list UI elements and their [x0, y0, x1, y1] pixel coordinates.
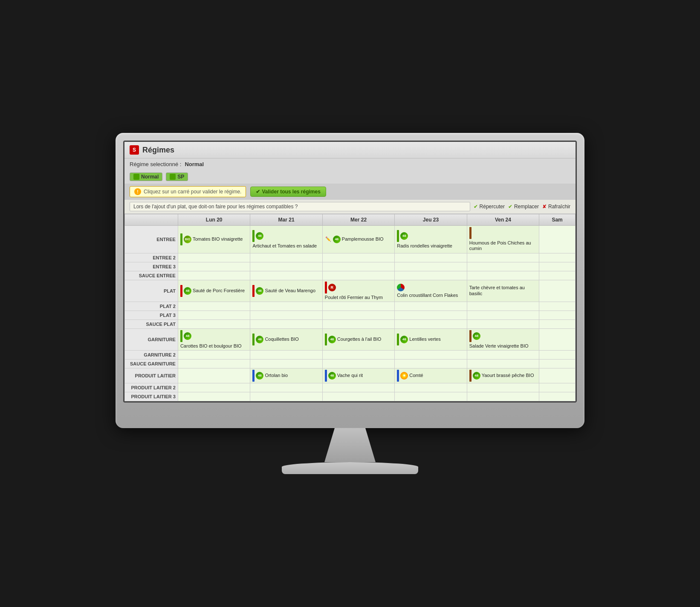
meal-cell[interactable] — [539, 311, 576, 319]
meal-cell[interactable]: 48Carottes BIO et boulgour BIO — [178, 328, 250, 350]
meal-cell[interactable]: ☀Comté — [395, 368, 467, 383]
meal-cell[interactable] — [467, 311, 539, 319]
meal-cell[interactable] — [178, 350, 250, 359]
meal-cell[interactable] — [322, 253, 394, 262]
meal-cell[interactable] — [467, 392, 539, 401]
meal-cell[interactable] — [178, 311, 250, 319]
meal-cell[interactable] — [250, 383, 322, 392]
meal-cell[interactable] — [178, 271, 250, 280]
col-header-mar21: Mar 21 — [250, 214, 322, 226]
meal-cell[interactable]: 48Artichaut et Tomates en salade — [250, 226, 322, 253]
meal-cell[interactable] — [467, 319, 539, 328]
meal-cell[interactable]: 48Courgettes à l'ail BIO — [322, 328, 394, 350]
meal-cell[interactable] — [250, 392, 322, 401]
table-row: GARNITURE48Carottes BIO et boulgour BIO4… — [125, 328, 576, 350]
meal-cell[interactable]: 48Radis rondelles vinaigrette — [395, 226, 467, 253]
meal-cell[interactable] — [322, 271, 394, 280]
meal-cell[interactable] — [395, 262, 467, 271]
meal-cell[interactable] — [395, 253, 467, 262]
meal-cell[interactable]: 48Lentilles vertes — [395, 328, 467, 350]
meal-cell[interactable] — [539, 328, 576, 350]
meal-cell[interactable] — [395, 350, 467, 359]
table-row: PRODUIT LAITIER 48Ortolan bio48Vache qui… — [125, 368, 576, 383]
meal-cell[interactable]: BIOTomates BIO vinaigrette — [178, 226, 250, 253]
meal-cell[interactable] — [250, 302, 322, 311]
meal-cell[interactable] — [467, 302, 539, 311]
regime-badge-normal[interactable]: Normal — [130, 173, 162, 181]
meal-cell[interactable] — [322, 311, 394, 319]
compat-action-remplacer[interactable]: ✔ Remplacer — [508, 204, 539, 210]
meal-cell[interactable] — [250, 262, 322, 271]
meal-cell[interactable] — [178, 383, 250, 392]
meal-cell[interactable]: 48Sauté de Porc Forestière — [178, 280, 250, 302]
meal-cell[interactable]: Colin croustillant Corn Flakes — [395, 280, 467, 302]
regime-badge-sp[interactable]: SP — [166, 173, 188, 181]
meal-cell[interactable]: RPoulet rôti Fermier au Thym — [322, 280, 394, 302]
meal-cell[interactable]: 48Ortolan bio — [250, 368, 322, 383]
meal-cell[interactable] — [395, 302, 467, 311]
meal-cell[interactable] — [539, 271, 576, 280]
meal-cell[interactable] — [178, 368, 250, 383]
meal-cell[interactable] — [539, 392, 576, 401]
compat-action-rafraichir[interactable]: ✘ Rafraîchir — [542, 204, 570, 210]
table-row: ENTREEBIOTomates BIO vinaigrette48Artich… — [125, 226, 576, 253]
meal-cell[interactable] — [322, 359, 394, 368]
meal-cell[interactable] — [178, 253, 250, 262]
meal-cell[interactable] — [178, 262, 250, 271]
meal-cell[interactable] — [539, 226, 576, 253]
meal-cell[interactable] — [322, 262, 394, 271]
meal-cell[interactable]: 48Coquillettes BIO — [250, 328, 322, 350]
compat-action-repercuter[interactable]: ✔ Répercuter — [474, 204, 505, 210]
meal-cell[interactable] — [178, 302, 250, 311]
meal-cell[interactable]: ✏️48Pamplemousse BIO — [322, 226, 394, 253]
meal-cell[interactable] — [467, 383, 539, 392]
validate-all-button[interactable]: ✔ Valider tous les régimes — [250, 187, 326, 197]
meal-cell[interactable] — [322, 392, 394, 401]
meal-cell[interactable] — [395, 271, 467, 280]
meal-cell[interactable] — [539, 350, 576, 359]
meal-name: Sauté de Veau Marengo — [265, 288, 315, 293]
meal-cell[interactable] — [322, 383, 394, 392]
meal-cell[interactable]: Houmous de Pois Chiches au cumin — [467, 226, 539, 253]
meal-cell[interactable] — [250, 253, 322, 262]
meal-cell[interactable] — [250, 319, 322, 328]
table-row: GARNITURE 2 — [125, 350, 576, 359]
meal-cell[interactable] — [539, 280, 576, 302]
meal-name: Coquillettes BIO — [265, 337, 298, 342]
meal-cell[interactable] — [467, 350, 539, 359]
meal-cell[interactable] — [250, 271, 322, 280]
meal-cell[interactable] — [178, 359, 250, 368]
meal-cell[interactable]: 48Sauté de Veau Marengo — [250, 280, 322, 302]
meal-cell[interactable] — [467, 359, 539, 368]
meal-cell[interactable]: 48Salade Verte vinaigrette BIO — [467, 328, 539, 350]
meal-cell[interactable] — [467, 253, 539, 262]
app-title: Régimes — [142, 146, 174, 155]
meal-cell[interactable] — [539, 359, 576, 368]
meal-cell[interactable] — [539, 262, 576, 271]
meal-cell[interactable] — [467, 271, 539, 280]
meal-cell[interactable] — [395, 319, 467, 328]
meal-cell[interactable] — [250, 359, 322, 368]
meal-cell[interactable] — [322, 302, 394, 311]
meal-cell[interactable] — [250, 311, 322, 319]
meal-cell[interactable] — [322, 319, 394, 328]
meal-cell[interactable] — [539, 383, 576, 392]
meal-cell[interactable]: 48Vache qui rit — [322, 368, 394, 383]
meal-cell[interactable] — [539, 319, 576, 328]
meal-cell[interactable] — [539, 253, 576, 262]
meal-cell[interactable] — [395, 359, 467, 368]
table-row: SAUCE GARNITURE — [125, 359, 576, 368]
meal-cell[interactable] — [395, 383, 467, 392]
meal-cell[interactable] — [322, 350, 394, 359]
meal-name: Ortolan bio — [265, 373, 288, 378]
meal-cell[interactable] — [178, 319, 250, 328]
meal-cell[interactable] — [250, 350, 322, 359]
meal-cell[interactable] — [178, 392, 250, 401]
meal-cell[interactable] — [467, 262, 539, 271]
meal-cell[interactable] — [395, 311, 467, 319]
meal-cell[interactable] — [539, 368, 576, 383]
meal-cell[interactable]: Tarte chèvre et tomates au basilic — [467, 280, 539, 302]
meal-cell[interactable]: 48Yaourt brassé pêche BIO — [467, 368, 539, 383]
meal-cell[interactable] — [395, 392, 467, 401]
meal-cell[interactable] — [539, 302, 576, 311]
